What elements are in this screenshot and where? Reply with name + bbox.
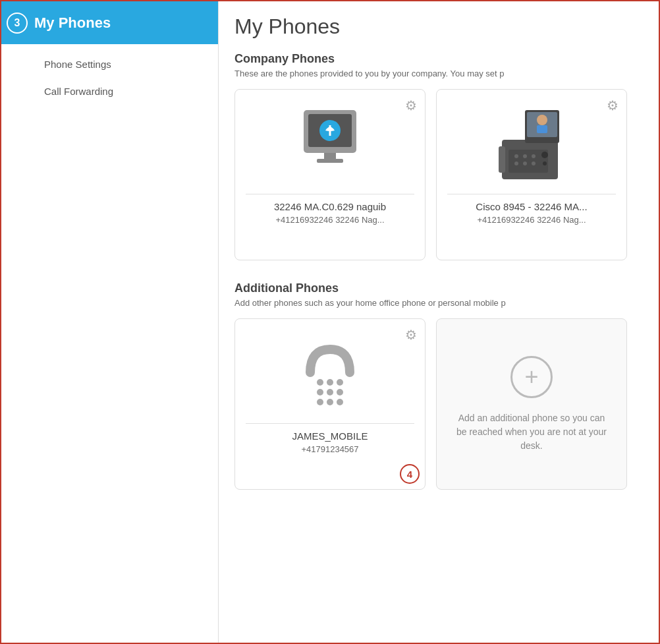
svg-point-23	[317, 389, 323, 395]
svg-point-22	[337, 379, 343, 386]
svg-point-24	[327, 389, 333, 395]
phone-name-softphone: 32246 MA.C0.629 naguib	[274, 201, 386, 212]
company-phones-section: Company Phones These are the phones prov…	[234, 52, 643, 260]
svg-point-19	[543, 161, 547, 165]
phone-number-cisco: +41216932246 32246 Nag...	[477, 215, 586, 225]
svg-point-26	[317, 399, 323, 405]
sidebar-title: My Phones	[34, 15, 111, 32]
phone-divider-mobile	[246, 423, 414, 424]
svg-point-21	[327, 379, 333, 386]
phone-divider-cisco	[447, 194, 616, 194]
softphone-svg	[300, 107, 360, 179]
svg-rect-4	[317, 159, 343, 163]
phone-name-cisco: Cisco 8945 - 32246 MA...	[476, 201, 587, 212]
cisco-phone-svg	[495, 103, 568, 183]
additional-phones-desc: Add other phones such as your home offic…	[234, 298, 643, 308]
svg-point-8	[537, 115, 547, 125]
svg-point-20	[317, 379, 323, 386]
svg-point-25	[337, 389, 343, 395]
phone-number-softphone: +41216932246 32246 Nag...	[275, 215, 384, 225]
step-badge-3: 3	[7, 13, 28, 34]
page-title: My Phones	[234, 15, 643, 39]
gear-icon-mobile[interactable]: ⚙	[405, 327, 417, 343]
sidebar-item-phone-settings[interactable]: Phone Settings	[1, 51, 218, 78]
add-phone-icon: +	[510, 356, 553, 398]
phone-card-james-mobile[interactable]: ⚙ 4	[234, 318, 426, 490]
svg-rect-9	[537, 125, 547, 133]
sidebar-header: 3 My Phones	[1, 1, 218, 44]
svg-point-15	[514, 161, 518, 165]
add-phone-card[interactable]: + Add an additional phone so you can be …	[436, 318, 627, 490]
additional-phones-title: Additional Phones	[234, 281, 643, 295]
sidebar: 3 My Phones Phone Settings Call Forwardi…	[1, 1, 219, 643]
phone-card-cisco8945[interactable]: ⚙	[436, 89, 627, 260]
main-content: My Phones Company Phones These are the p…	[219, 1, 659, 643]
svg-point-14	[532, 154, 536, 158]
company-phones-desc: These are the phones provided to you by …	[234, 69, 643, 78]
add-phone-text: Add an additional phone so you can be re…	[453, 411, 611, 453]
svg-point-13	[523, 154, 527, 158]
company-phones-grid: ⚙	[234, 89, 643, 260]
phone-number-mobile: +41791234567	[301, 444, 358, 454]
svg-rect-10	[499, 146, 505, 173]
step-badge-4: 4	[400, 464, 420, 484]
phone-name-mobile: JAMES_MOBILE	[292, 430, 368, 442]
mobile-image	[246, 330, 414, 415]
svg-rect-3	[324, 153, 336, 159]
svg-point-28	[337, 399, 343, 405]
softphone-image	[246, 100, 414, 186]
sidebar-item-call-forwarding[interactable]: Call Forwarding	[1, 78, 218, 105]
company-phones-title: Company Phones	[234, 52, 643, 66]
svg-point-17	[532, 161, 536, 165]
cisco-image	[447, 100, 616, 186]
gear-icon-cisco[interactable]: ⚙	[607, 98, 619, 113]
svg-point-27	[327, 399, 333, 405]
svg-point-16	[523, 161, 527, 165]
additional-phones-grid: ⚙ 4	[234, 318, 643, 490]
sidebar-nav: Phone Settings Call Forwarding	[1, 44, 218, 111]
gear-icon-softphone[interactable]: ⚙	[405, 98, 417, 113]
svg-point-18	[541, 152, 548, 158]
additional-phones-section: Additional Phones Add other phones such …	[234, 281, 643, 490]
svg-point-12	[514, 154, 518, 158]
mobile-svg	[297, 339, 363, 405]
phone-card-softphone[interactable]: ⚙	[234, 89, 426, 260]
phone-divider-softphone	[246, 194, 414, 194]
